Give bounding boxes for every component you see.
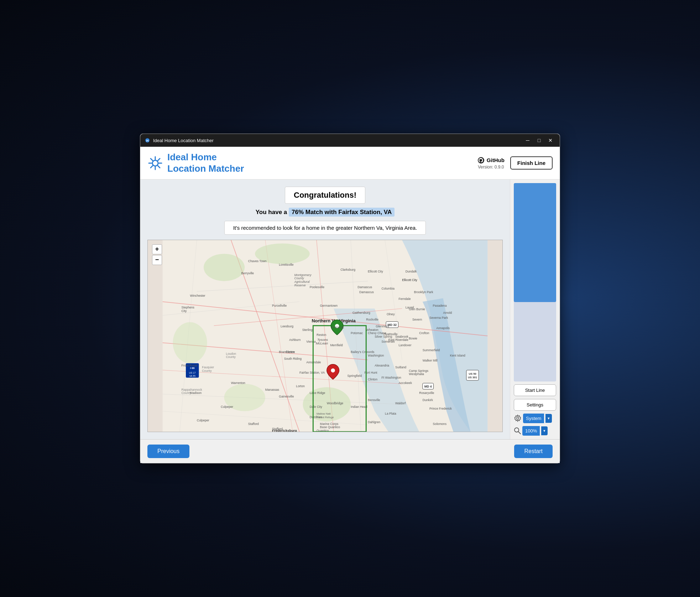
svg-point-87 <box>517 417 519 419</box>
zoom-dropdown-arrow[interactable]: ▾ <box>541 426 548 435</box>
logo-text: Ideal Home Location Matcher <box>167 152 244 174</box>
city-label: Leesburg <box>281 325 293 328</box>
svg-line-10 <box>151 166 153 168</box>
svg-line-9 <box>158 159 160 161</box>
svg-point-29 <box>173 322 207 363</box>
svg-point-2 <box>152 160 158 166</box>
logo-icon <box>147 155 163 171</box>
svg-text:VA 55: VA 55 <box>189 375 196 377</box>
system-dropdown-main[interactable]: System <box>523 414 544 423</box>
city-label: Clinton <box>368 378 377 381</box>
scrollbar-track[interactable] <box>514 183 556 381</box>
title-bar: H Ideal Home Location Matcher ─ □ ✕ <box>140 134 560 147</box>
maximize-button[interactable]: □ <box>534 136 544 144</box>
city-label: Severn <box>412 317 422 321</box>
city-label: Annandale <box>306 360 321 364</box>
svg-text:Damascus: Damascus <box>359 290 374 294</box>
city-label: Damascus <box>357 285 372 289</box>
city-label: Bailey's Crossrds <box>351 350 374 354</box>
city-label: Waldorf <box>395 401 406 405</box>
svg-line-8 <box>158 166 160 168</box>
svg-text:Lorettsville: Lorettsville <box>279 263 293 266</box>
svg-line-89 <box>518 432 521 434</box>
app-icon: H <box>145 137 150 143</box>
city-label: Landover <box>399 343 412 347</box>
city-label: Ellicott City <box>368 270 383 273</box>
app-header: Ideal Home Location Matcher GitHub Versi… <box>140 147 560 179</box>
svg-text:Brooklyn Park: Brooklyn Park <box>414 290 433 294</box>
svg-text:La Plata: La Plata <box>385 412 396 415</box>
svg-point-44 <box>331 368 335 373</box>
scrollbar-thumb <box>514 183 556 302</box>
svg-text:Brambleton: Brambleton <box>279 350 294 354</box>
svg-text:Prince Frederick: Prince Frederick <box>429 406 452 410</box>
city-label: Winchester <box>190 294 205 297</box>
content-area: Congratulations! You have a 76% Match wi… <box>140 180 510 439</box>
city-label: Merrifield <box>330 343 343 347</box>
city-label: Summerfield <box>423 348 440 352</box>
svg-text:H: H <box>146 139 149 142</box>
city-label: Culpeper <box>221 405 233 408</box>
minimize-button[interactable]: ─ <box>523 136 533 144</box>
svg-point-27 <box>204 254 245 281</box>
svg-text:Laurel: Laurel <box>406 306 414 309</box>
zoom-in-button[interactable]: + <box>152 244 162 254</box>
window-title: Ideal Home Location Matcher <box>153 138 520 143</box>
match-highlight: 76% Match with Fairfax Station, VA <box>289 208 395 217</box>
settings-button[interactable]: Settings <box>514 399 556 411</box>
city-label: Kent Island <box>450 353 465 357</box>
city-label: Purcellville <box>272 304 287 307</box>
svg-text:Olney: Olney <box>387 312 395 316</box>
sidebar: Start Line Settings System ▾ 100% <box>510 180 560 439</box>
close-button[interactable]: ✕ <box>545 136 555 144</box>
svg-text:US 301: US 301 <box>468 376 477 379</box>
city-label: Indian Head <box>351 405 367 408</box>
svg-text:Dunkirk: Dunkirk <box>423 398 433 401</box>
svg-text:Glenmont: Glenmont <box>376 325 389 328</box>
system-dropdown-arrow[interactable]: ▾ <box>545 414 552 423</box>
svg-point-88 <box>514 428 519 432</box>
svg-text:County: County <box>226 355 236 359</box>
zoom-out-button[interactable]: − <box>152 255 162 265</box>
city-label: Madison <box>190 391 202 395</box>
svg-text:Montgomery: Montgomery <box>294 273 312 277</box>
city-label: Manassas <box>265 388 279 391</box>
svg-text:Crofton: Crofton <box>419 331 429 335</box>
zoom-dropdown: 100% ▾ <box>522 426 548 436</box>
start-line-button[interactable]: Start Line <box>514 384 556 396</box>
city-label: Berryville <box>241 271 254 275</box>
svg-line-7 <box>151 159 153 161</box>
zoom-dropdown-row: 100% ▾ <box>514 426 556 436</box>
svg-text:Ellicott City: Ellicott City <box>402 278 417 282</box>
city-label: Washington <box>368 353 384 357</box>
svg-text:Dahlgren: Dahlgren <box>368 420 380 424</box>
svg-text:US 50: US 50 <box>469 372 476 375</box>
city-label: Marine CorpsBase Quantico <box>320 422 340 429</box>
svg-text:Agricultural: Agricultural <box>294 280 310 284</box>
svg-text:Mallow Natl: Mallow Natl <box>317 412 331 415</box>
city-label: Gaithersburg <box>352 311 370 314</box>
svg-text:Fredericksburg: Fredericksburg <box>272 429 297 432</box>
svg-text:McLean: McLean <box>316 341 328 345</box>
svg-text:Arnold: Arnold <box>443 311 452 314</box>
previous-button[interactable]: Previous <box>147 445 189 458</box>
zoom-dropdown-main[interactable]: 100% <box>522 426 540 436</box>
city-label: Suitland <box>395 365 406 369</box>
github-link[interactable]: GitHub <box>477 157 505 164</box>
city-label: Walker Mill <box>423 359 438 362</box>
svg-text:South Riding: South Riding <box>284 357 302 360</box>
svg-text:Loudon: Loudon <box>226 352 236 355</box>
map-svg: Winchester Berryville Purcellville Leesb… <box>148 240 502 432</box>
svg-text:Reserve: Reserve <box>294 283 306 287</box>
city-label: Clarksburg <box>340 268 355 271</box>
city-label: Dundalk <box>406 270 417 273</box>
restart-button[interactable]: Restart <box>514 445 553 458</box>
city-label: Rosaryville <box>419 391 434 395</box>
finish-line-button[interactable]: Finish Line <box>510 156 553 170</box>
search-icon <box>514 427 521 434</box>
bottom-bar: Previous Restart <box>140 439 560 463</box>
city-label: Germantown <box>320 304 338 307</box>
gear-icon <box>514 414 522 422</box>
svg-text:Hyattsville: Hyattsville <box>383 332 398 336</box>
city-label: Woodbridge <box>327 401 344 405</box>
